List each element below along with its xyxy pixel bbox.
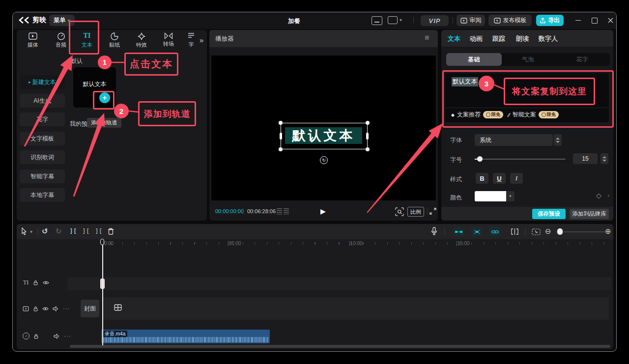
lock-icon[interactable] <box>33 306 38 311</box>
review-button[interactable]: 审阅 <box>457 15 485 26</box>
delete-icon[interactable] <box>107 227 114 235</box>
selection-handle[interactable] <box>279 121 283 125</box>
speaker-icon[interactable] <box>53 306 59 311</box>
video-clip-icon[interactable] <box>114 304 122 311</box>
export-button[interactable]: 导出 <box>536 15 564 26</box>
module-media[interactable]: 媒体 <box>23 32 43 49</box>
color-swatch[interactable] <box>475 191 506 201</box>
timeline-view-icon[interactable] <box>532 228 541 235</box>
subtab-bubble[interactable]: 气泡 <box>502 53 554 66</box>
sidebar-item-lyrics-recognition[interactable]: 识别歌词 <box>20 150 65 164</box>
caption-view-icon[interactable] <box>372 16 382 25</box>
lock-icon[interactable] <box>33 334 39 339</box>
sidebar-item-local-captions[interactable]: 本地字幕 <box>20 188 65 202</box>
timeline-scrollbar[interactable] <box>70 345 610 348</box>
copy-recommend-button[interactable]: ◆ 文案推荐 限免 <box>451 111 503 119</box>
vip-badge[interactable]: VIP <box>421 15 449 26</box>
split-icon[interactable]: ][ <box>69 228 77 234</box>
selection-handle[interactable] <box>279 147 283 151</box>
lock-icon[interactable] <box>33 280 38 285</box>
more-options-icon[interactable]: ··· <box>64 333 71 339</box>
close-button[interactable] <box>604 15 616 26</box>
timeline-zoom-handle[interactable] <box>557 228 563 235</box>
font-spinner[interactable] <box>554 134 562 146</box>
display-mode-button[interactable]: ▾ <box>388 16 402 24</box>
module-effects[interactable]: 特效 <box>132 32 151 49</box>
add-to-brand-button[interactable]: 添加到品牌库 <box>570 209 609 219</box>
cover-button[interactable]: 封面 <box>81 300 99 317</box>
module-audio[interactable]: 音频 <box>51 32 71 49</box>
timeline-zoom-slider[interactable] <box>556 231 605 232</box>
playhead-handle[interactable] <box>100 239 104 245</box>
aspect-ratio-button[interactable]: 比例 <box>407 207 424 217</box>
eye-icon[interactable] <box>43 280 49 285</box>
speaker-icon[interactable] <box>54 334 60 339</box>
size-spinner[interactable] <box>600 153 608 164</box>
sidebar-item-text-template[interactable]: 文字模板 <box>20 132 65 145</box>
audio-clip[interactable]: 录音.m4a <box>101 330 270 343</box>
zoom-out-icon[interactable]: ⊖ <box>545 227 551 235</box>
module-subtitle[interactable]: 字 <box>184 32 199 48</box>
sidebar-item-fancy-text[interactable]: 花字 <box>20 112 65 126</box>
split-left-icon[interactable]: ][ <box>82 228 90 234</box>
size-value-box[interactable]: 15 <box>573 153 598 164</box>
record-voiceover-icon[interactable] <box>430 227 438 235</box>
maximize-button[interactable] <box>589 15 600 26</box>
preview-text-selection[interactable]: 默认文本 <box>281 123 368 149</box>
video-preview[interactable]: 默认文本 ↻ <box>211 56 436 200</box>
tab-tracking[interactable]: 跟踪 <box>492 34 505 43</box>
bold-button[interactable]: B <box>476 173 488 184</box>
sidebar-item-auto-captions[interactable]: 智能字幕 <box>20 169 65 183</box>
eye-icon[interactable] <box>42 307 49 311</box>
playhead-line[interactable] <box>102 239 103 345</box>
subtab-basic[interactable]: 基础 <box>446 53 502 66</box>
underline-button[interactable]: U <box>493 173 506 184</box>
size-slider-track[interactable] <box>475 159 566 160</box>
redo-icon[interactable]: ↻ <box>56 227 62 235</box>
menu-button[interactable]: 菜单 ▾ <box>49 15 75 26</box>
size-slider-handle[interactable] <box>477 156 483 162</box>
publish-template-button[interactable]: 发布模板 <box>488 15 532 26</box>
minimize-button[interactable] <box>572 15 584 26</box>
player-menu-icon[interactable]: ≡ <box>425 34 429 42</box>
undo-icon[interactable]: ↺ <box>42 227 48 235</box>
text-content-box[interactable]: 默认文本 ◆ 文案推荐 限免 ∕∕ 智能文案 限免 <box>445 73 609 122</box>
text-track-strip[interactable] <box>67 277 611 290</box>
selection-side-handle[interactable] <box>366 133 369 140</box>
linked-clips-icon[interactable] <box>489 227 500 236</box>
split-right-icon[interactable]: ][ <box>95 228 103 234</box>
text-input-value[interactable]: 默认文本 <box>452 77 478 86</box>
play-button[interactable]: ▶ <box>320 208 326 215</box>
color-more-icon[interactable]: › <box>607 192 609 198</box>
sidebar-item-ai-generate[interactable]: AI生成 <box>20 94 65 108</box>
rotate-handle[interactable]: ↻ <box>320 156 328 164</box>
select-tool-icon[interactable] <box>20 227 28 235</box>
color-dropdown[interactable]: ▾ <box>506 191 515 201</box>
module-sticker[interactable]: 贴纸 <box>105 32 124 49</box>
tab-digital-human[interactable]: 数字人 <box>539 34 558 43</box>
smart-copy-button[interactable]: ∕∕ 智能文案 限免 <box>508 111 559 119</box>
preview-text[interactable]: 默认文本 <box>285 127 362 144</box>
selection-side-handle[interactable] <box>280 133 282 140</box>
more-options-icon[interactable]: ··· <box>63 306 70 311</box>
module-text[interactable]: TI 文本 <box>77 32 97 49</box>
subtab-fancy[interactable]: 花字 <box>554 53 610 66</box>
italic-button[interactable]: I <box>510 173 523 184</box>
preview-quality-icon[interactable] <box>395 207 404 216</box>
font-select[interactable]: 系统 <box>475 134 553 146</box>
preview-axis-icon[interactable] <box>511 228 519 235</box>
sidebar-item-new-text[interactable]: ▸ 新建文本 <box>20 75 65 89</box>
zoom-in-icon[interactable]: ⊕ <box>605 227 611 235</box>
frames-view-icon[interactable] <box>277 208 282 215</box>
color-picker-icon[interactable]: ◇ <box>596 192 601 199</box>
default-text-card[interactable]: 默认文本 + <box>73 67 116 108</box>
tab-animation[interactable]: 动画 <box>470 34 483 43</box>
module-transition[interactable]: 转场 <box>159 32 178 48</box>
selection-handle[interactable] <box>366 147 370 151</box>
tab-text[interactable]: 文本 <box>448 34 460 43</box>
selection-handle[interactable] <box>366 121 370 125</box>
frames-view-icon[interactable] <box>284 208 289 215</box>
auto-ripple-icon[interactable] <box>453 227 464 236</box>
fullscreen-icon[interactable] <box>429 208 436 215</box>
more-modules-icon[interactable]: » <box>200 36 203 44</box>
